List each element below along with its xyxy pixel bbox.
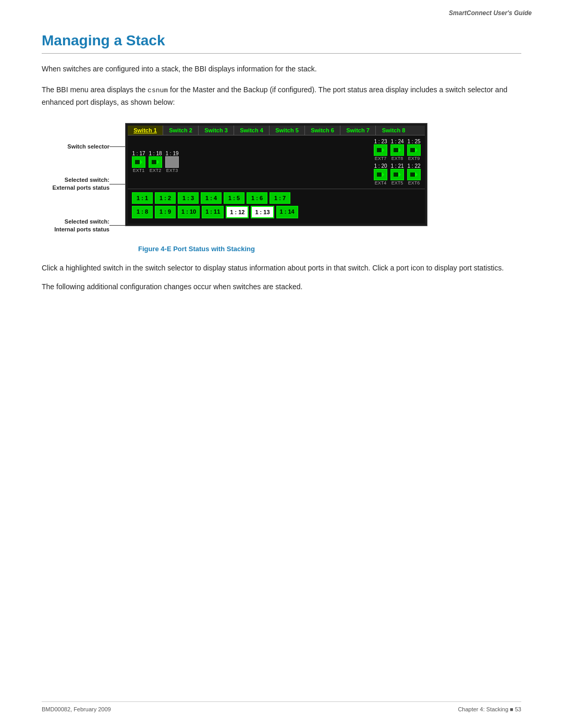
body-paragraph-2: The BBI menu area displays the csnum for… xyxy=(42,84,521,108)
svg-rect-12 xyxy=(394,172,398,177)
footer-left: BMD00082, February 2009 xyxy=(42,706,111,712)
ext-port-9-number: 1 : 25 xyxy=(407,139,420,144)
ext-port-3-icon[interactable] xyxy=(165,156,179,168)
ext-port-3-number: 1 : 19 xyxy=(165,151,178,156)
svg-marker-15 xyxy=(415,172,418,177)
switch-btn-2[interactable]: Switch 2 xyxy=(163,126,199,135)
ext-port-5[interactable]: 1 : 21 EXT5 xyxy=(390,163,404,186)
ext-ports-left-group: 1 : 17 EXT1 1 : 18 xyxy=(132,151,179,173)
switch-btn-7[interactable]: Switch 7 xyxy=(340,126,376,135)
ext-port-5-svg xyxy=(394,172,401,177)
ext-port-6-icon[interactable] xyxy=(407,169,421,180)
external-ports-area: 1 : 17 EXT1 1 : 18 xyxy=(128,135,425,189)
ext-port-6-number: 1 : 22 xyxy=(407,163,420,169)
ext-port-6-svg xyxy=(410,172,418,177)
ext-port-9-svg xyxy=(410,147,418,153)
figure-caption: Figure 4-E Port Status with Stacking xyxy=(138,245,521,253)
switch-btn-4[interactable]: Switch 4 xyxy=(234,126,270,135)
internal-ports-row-1: 1 : 1 1 : 2 1 : 3 1 : 4 1 : 5 1 : 6 1 : … xyxy=(132,192,421,204)
int-port-1-9[interactable]: 1 : 9 xyxy=(155,206,176,218)
ext-ports-bottom-row: 1 : 20 EXT4 1 : 21 xyxy=(374,163,421,186)
ext-port-4-icon[interactable] xyxy=(374,169,387,180)
ext-port-4[interactable]: 1 : 20 EXT4 xyxy=(374,163,387,186)
figure-container: Switch selector Selected switch: Externa… xyxy=(42,123,521,239)
ext-port-4-label: EXT4 xyxy=(375,180,387,186)
int-port-1-1[interactable]: 1 : 1 xyxy=(132,192,153,204)
int-port-1-10[interactable]: 1 : 10 xyxy=(178,206,200,218)
svg-marker-7 xyxy=(398,147,401,153)
int-port-1-8[interactable]: 1 : 8 xyxy=(132,206,153,218)
internal-ports-area: 1 : 1 1 : 2 1 : 3 1 : 4 1 : 5 1 : 6 1 : … xyxy=(128,189,425,224)
ext-port-1-icon[interactable] xyxy=(132,156,145,168)
svg-marker-13 xyxy=(398,172,401,177)
figure-labels: Switch selector Selected switch: Externa… xyxy=(42,123,125,239)
svg-marker-5 xyxy=(382,147,384,153)
svg-rect-0 xyxy=(135,160,140,164)
connector-line-2 xyxy=(109,184,125,184)
bbi-panel: Switch 1 Switch 2 Switch 3 Switch 4 Swit… xyxy=(125,123,427,226)
ext-port-8-number: 1 : 24 xyxy=(390,139,403,144)
svg-rect-4 xyxy=(377,148,382,152)
int-port-1-7[interactable]: 1 : 7 xyxy=(270,192,290,204)
switch-btn-6[interactable]: Switch 6 xyxy=(305,126,340,135)
ext-port-5-icon[interactable] xyxy=(390,169,404,180)
ext-ports-top-row: 1 : 23 EXT7 1 : 24 xyxy=(374,139,421,161)
int-ports-label-row: Selected switch: Internal ports status xyxy=(47,218,125,233)
header-title: SmartConnect User's Guide xyxy=(449,9,532,17)
internal-ports-row-2: 1 : 8 1 : 9 1 : 10 1 : 11 1 : 12 1 : 13 … xyxy=(132,206,421,218)
ext-ports-right-group: 1 : 23 EXT7 1 : 24 xyxy=(374,139,421,186)
ext-port-1[interactable]: 1 : 17 EXT1 xyxy=(132,151,145,173)
ext-port-7-icon[interactable] xyxy=(374,144,387,156)
switch-btn-3[interactable]: Switch 3 xyxy=(199,126,234,135)
body-text-2a: The BBI menu area displays the xyxy=(42,85,148,94)
ext-port-7[interactable]: 1 : 23 EXT7 xyxy=(374,139,387,161)
ext-port-2-svg xyxy=(152,159,159,165)
switch-btn-1[interactable]: Switch 1 xyxy=(128,126,163,135)
ext-port-7-number: 1 : 23 xyxy=(374,139,387,144)
svg-rect-10 xyxy=(377,172,382,177)
body-paragraph-4: The following additional configuration c… xyxy=(42,281,521,292)
ext-port-5-number: 1 : 21 xyxy=(390,163,403,169)
body-paragraph-3: Click a highlighted switch in the switch… xyxy=(42,262,521,274)
ext-ports-label: Selected switch: External ports status xyxy=(47,176,109,192)
switch-btn-5[interactable]: Switch 5 xyxy=(270,126,305,135)
ext-port-8[interactable]: 1 : 24 EXT8 xyxy=(390,139,404,161)
switch-btn-8[interactable]: Switch 8 xyxy=(376,126,411,135)
switch-selector-label-row: Switch selector xyxy=(47,143,125,151)
ext-port-8-icon[interactable] xyxy=(390,144,404,156)
int-port-1-14[interactable]: 1 : 14 xyxy=(276,206,298,218)
ext-port-9-icon[interactable] xyxy=(407,144,421,156)
ext-port-7-svg xyxy=(377,147,384,153)
svg-marker-1 xyxy=(140,159,142,165)
int-port-1-4[interactable]: 1 : 4 xyxy=(201,192,222,204)
ext-port-4-svg xyxy=(377,172,384,177)
int-port-1-6[interactable]: 1 : 6 xyxy=(247,192,267,204)
svg-rect-2 xyxy=(152,160,156,164)
svg-rect-8 xyxy=(410,148,415,152)
page-header: SmartConnect User's Guide xyxy=(0,0,563,17)
ext-port-2[interactable]: 1 : 18 EXT2 xyxy=(149,151,162,173)
connector-line-1 xyxy=(109,146,125,147)
ext-port-2-icon[interactable] xyxy=(149,156,162,168)
body-paragraph-1: When switches are configured into a stac… xyxy=(42,63,521,75)
ext-port-9[interactable]: 1 : 25 EXT9 xyxy=(407,139,421,161)
ext-ports-label-row: Selected switch: External ports status xyxy=(47,176,125,192)
footer-right: Chapter 4: Stacking ■ 53 xyxy=(458,706,521,712)
int-port-1-3[interactable]: 1 : 3 xyxy=(178,192,199,204)
svg-rect-14 xyxy=(410,172,415,177)
page-footer: BMD00082, February 2009 Chapter 4: Stack… xyxy=(42,701,521,712)
int-port-1-11[interactable]: 1 : 11 xyxy=(202,206,224,218)
ext-port-6[interactable]: 1 : 22 EXT6 xyxy=(407,163,421,186)
int-port-1-13[interactable]: 1 : 13 xyxy=(251,206,274,218)
svg-marker-3 xyxy=(156,159,159,165)
int-port-1-12[interactable]: 1 : 12 xyxy=(226,206,249,218)
ext-port-1-svg xyxy=(135,159,142,165)
ext-port-1-label: EXT1 xyxy=(133,168,145,173)
int-port-1-5[interactable]: 1 : 5 xyxy=(224,192,244,204)
ext-port-9-label: EXT9 xyxy=(408,156,420,161)
ext-port-1-number: 1 : 17 xyxy=(132,151,145,156)
ext-port-3[interactable]: 1 : 19 EXT3 xyxy=(165,151,179,173)
page-content: Managing a Stack When switches are confi… xyxy=(0,17,563,324)
int-port-1-2[interactable]: 1 : 2 xyxy=(155,192,176,204)
ext-port-3-label: EXT3 xyxy=(166,168,178,173)
